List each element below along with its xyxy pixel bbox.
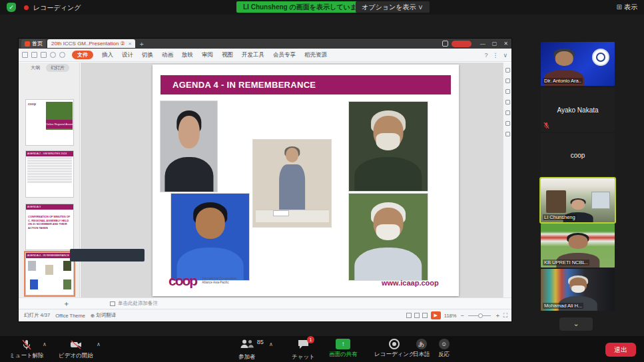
settings-tool-icon[interactable]: [505, 132, 510, 136]
sorter-view-icon[interactable]: [414, 313, 420, 318]
normal-view-icon[interactable]: [406, 313, 412, 318]
slide-thumbnail-3[interactable]: 3 AGENDA 3 CONFIRMATION OF MINUTES OF C-…: [25, 204, 74, 250]
participant-tile-novideo[interactable]: coop: [541, 133, 615, 177]
comment-tool-icon[interactable]: [505, 89, 510, 94]
print-icon[interactable]: [31, 52, 37, 58]
promo-pill-button[interactable]: [452, 41, 472, 47]
unmute-button[interactable]: ミュート解除: [9, 339, 44, 360]
participants-button[interactable]: 85 参加者: [238, 339, 256, 361]
preview-icon[interactable]: [41, 52, 47, 58]
wps-document-tab[interactable]: 20th ICCS GM..Presentation ②×: [47, 39, 135, 48]
undo-icon[interactable]: [50, 52, 56, 58]
thumb3-header: AGENDA 3: [26, 204, 73, 210]
redo-icon[interactable]: [59, 52, 65, 58]
interpretation-button[interactable]: あ 日本語: [413, 339, 430, 359]
maximize-icon[interactable]: ▢: [492, 41, 497, 47]
zoom-level: 118%: [444, 313, 457, 319]
tab-close-icon[interactable]: ×: [129, 41, 132, 47]
selection-tool-icon[interactable]: [505, 100, 510, 104]
slides-tab[interactable]: 幻灯片: [46, 64, 69, 72]
participant-name: Dir. Antonio Ara..: [543, 78, 583, 84]
chat-label: チャット: [292, 353, 315, 361]
security-shield-icon[interactable]: ✓: [7, 3, 16, 12]
zoom-slider[interactable]: [468, 315, 491, 316]
wps-status-bar: 幻灯片 4/37 Office Theme ⊕ 划词翻译 ▶ 118% − ＋ …: [19, 309, 511, 321]
participant-tile-video[interactable]: Mohamad Ali H...: [541, 269, 615, 311]
ribbon-tab-animation[interactable]: 动画: [162, 51, 173, 59]
reactions-button[interactable]: ☺ 反応: [438, 339, 450, 359]
new-tab-button[interactable]: ＋: [138, 39, 145, 49]
layout-tool-icon[interactable]: [505, 110, 510, 115]
slide-thumbnail-4-selected[interactable]: 4 AGENDA 4 - IN REMEMBERANCE: [25, 252, 74, 295]
chat-badge: 1: [307, 336, 314, 343]
close-icon[interactable]: ✕: [503, 41, 508, 47]
view-button[interactable]: ⊞表示: [617, 3, 637, 12]
cooperative-logo-icon: [592, 49, 609, 66]
participant-tile-video[interactable]: KB UPRETI NCBL..: [541, 224, 615, 268]
more-options-icon[interactable]: ⋮: [492, 52, 498, 59]
start-video-button[interactable]: ビデオの開始: [59, 339, 93, 360]
ribbon-tab-transition[interactable]: 切换: [142, 51, 153, 59]
fit-slide-icon[interactable]: ⛶: [503, 312, 507, 319]
recording-label: レコーディング: [33, 3, 81, 13]
remembrance-photo-1: [161, 101, 217, 192]
slideshow-play-button[interactable]: ▶: [431, 311, 441, 319]
reactions-label: 反応: [438, 351, 450, 359]
leave-meeting-button[interactable]: 退出: [605, 343, 636, 357]
save-icon[interactable]: [22, 52, 28, 58]
participant-tile-video[interactable]: Dir. Antonio Ara..: [541, 42, 615, 86]
help-icon[interactable]: ?: [484, 52, 487, 59]
participants-icon: [240, 339, 254, 349]
record-button[interactable]: レコーディング: [374, 339, 415, 359]
reading-view-icon[interactable]: [422, 313, 428, 318]
participant-tile-active-speaker[interactable]: LI Chunsheng: [541, 178, 615, 222]
scroll-participants-button[interactable]: ⌄: [559, 317, 593, 331]
participant-tile-novideo[interactable]: Ayako Nakata: [541, 88, 615, 132]
wps-home-tab[interactable]: 首页: [21, 39, 46, 48]
participants-options-caret[interactable]: ∧: [269, 341, 273, 347]
wps-home-tab-label: 首页: [32, 40, 43, 47]
participant-name: LI Chunsheng: [543, 214, 577, 220]
title-bar-tool-icon[interactable]: [442, 41, 448, 47]
ribbon-tab-review[interactable]: 审阅: [202, 51, 213, 59]
ribbon-tab-slideshow[interactable]: 放映: [182, 51, 193, 59]
annotation-overlay-bar: [70, 249, 145, 262]
share-screen-button[interactable]: ↑ 画面の共有: [329, 339, 358, 359]
thumb3-body: CONFIRMATION OF MINUTES OF C- REGIONAL A…: [28, 215, 71, 230]
slide-thumbnail-2[interactable]: 2 AGENDA 2 - GM MINUTES 2024: [25, 150, 74, 198]
slide-thumbnail-1[interactable]: 1 Online Regional Assembly coop: [25, 99, 74, 146]
outline-tab[interactable]: 大纲: [29, 64, 42, 72]
notes-placeholder[interactable]: 单击此处添加备注: [118, 300, 158, 307]
coop-logo-caption: International Co-operative Alliance Asia…: [202, 277, 242, 284]
ribbon-tab-view[interactable]: 视图: [222, 51, 233, 59]
ribbon-tab-developer[interactable]: 开发工具: [242, 51, 264, 59]
language-label: 日本語: [413, 351, 430, 359]
zoom-slider-knob[interactable]: [478, 313, 483, 318]
ribbon-tab-resources[interactable]: 稻壳资源: [304, 51, 327, 59]
notes-tool-icon[interactable]: [505, 121, 510, 126]
theme-name: Office Theme: [55, 313, 85, 319]
audio-options-caret[interactable]: ∧: [43, 341, 47, 347]
translate-label[interactable]: 划词翻译: [96, 312, 116, 319]
collapse-ribbon-icon[interactable]: ∨: [503, 52, 507, 59]
animation-tool-icon[interactable]: [505, 79, 510, 83]
wps-document-tab-label: 20th ICCS GM..Presentation ②: [51, 41, 125, 47]
chat-button[interactable]: 1 チャット: [292, 339, 315, 361]
share-options-button[interactable]: オプションを表示 ∨: [356, 1, 430, 13]
minimize-icon[interactable]: —: [480, 41, 485, 47]
wps-title-bar: 首页 20th ICCS GM..Presentation ②× ＋ — ▢ ✕: [19, 39, 511, 49]
remembrance-photo-2-podium: [253, 140, 331, 227]
zoom-out-icon[interactable]: −: [460, 312, 464, 319]
add-slide-button[interactable]: ＋: [63, 299, 70, 309]
record-icon: [389, 339, 400, 349]
ribbon-tab-insert[interactable]: 插入: [102, 51, 113, 59]
format-tool-icon[interactable]: [505, 68, 510, 73]
video-options-caret[interactable]: ∧: [97, 341, 101, 347]
ribbon-tab-design[interactable]: 设计: [122, 51, 133, 59]
wps-side-toolbar: [503, 63, 511, 297]
ribbon-tab-member[interactable]: 会员专享: [273, 51, 296, 59]
chevron-down-icon: ⌄: [573, 319, 579, 327]
current-slide[interactable]: AGENDA 4 - IN REMEMBERANCE coop Internat…: [153, 65, 459, 296]
file-menu-button[interactable]: 文件: [72, 51, 93, 59]
zoom-in-icon[interactable]: ＋: [495, 311, 501, 320]
